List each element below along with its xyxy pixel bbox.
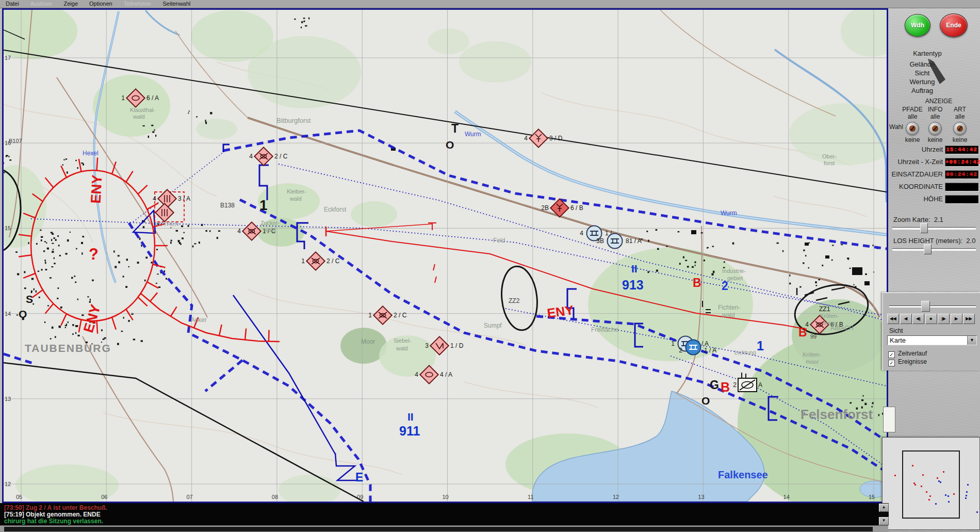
zoom-karte-label: Zoom Karte: 2.1	[893, 216, 943, 223]
menu-seitenwahl[interactable]: Seitenwahl	[157, 0, 196, 8]
scroll-up-icon[interactable]: ▲	[879, 504, 889, 512]
map-label: B138	[220, 202, 235, 209]
ende-button[interactable]: Ende	[940, 13, 968, 37]
map-label: O	[446, 139, 454, 151]
minimap-blue-dot	[966, 491, 968, 493]
map-label: ZZ2	[509, 297, 520, 304]
checkbox-label: Zeitverlauf	[898, 350, 927, 357]
chevron-down-icon[interactable]: ▼	[967, 336, 976, 345]
wdh-button[interactable]: Wdh	[905, 14, 930, 37]
unit-label-right: 6 / B	[570, 204, 583, 212]
unit-type-icon	[312, 258, 320, 264]
map-label: G	[710, 378, 719, 392]
minimap-blue-dot	[965, 497, 967, 499]
message-scrollbar[interactable]: ▲ ▼	[878, 503, 889, 525]
map-label: ?	[89, 245, 99, 263]
map-label: wald	[289, 196, 302, 202]
map-label: B	[798, 326, 807, 339]
minimap-red-dot	[922, 474, 924, 476]
menu-datei[interactable]: Datei	[0, 0, 25, 8]
playback-button-5[interactable]: ▶	[951, 314, 962, 324]
los-height-slider[interactable]	[892, 248, 976, 251]
map-label: TAUBENBURG	[25, 342, 111, 354]
kartentyp-option-auftrag[interactable]: Auftrag	[890, 86, 954, 95]
map-label: Kröten-	[803, 351, 821, 358]
map-label: wald	[722, 312, 735, 319]
minimap-blue-dot	[940, 481, 941, 483]
led-display	[945, 183, 979, 191]
playback-button-1[interactable]: ◀	[900, 314, 912, 324]
unit-type-icon	[379, 312, 387, 318]
sicht-dropdown[interactable]: Karte ▼	[887, 335, 977, 345]
map-label: S	[26, 293, 33, 305]
unit-label-left: 1	[671, 340, 675, 347]
map-label: Lichtung	[734, 349, 756, 356]
tactical-map[interactable]: 0506070809101112131415171615141312	[4, 10, 887, 502]
kartentyp-title: Kartentyp	[907, 50, 948, 57]
los-height-slider-thumb[interactable]	[924, 244, 932, 254]
map-viewport[interactable]: 0506070809101112131415171615141312	[2, 8, 888, 503]
map-label: ZZ1	[819, 305, 830, 313]
time-slider-thumb[interactable]	[921, 301, 930, 312]
horizontal-scrollbar-thumb[interactable]	[4, 527, 873, 531]
playback-button-2[interactable]: ◀|	[912, 314, 924, 324]
log-message: chirurg hat die Sitzung verlassen.	[4, 518, 878, 525]
art-knob[interactable]	[953, 122, 967, 135]
minimap-red-dot	[921, 486, 922, 487]
los-height-label: LOS HEIGHT (meters): 2.0	[893, 237, 975, 245]
grid-label: 15	[5, 225, 11, 231]
checkbox-zeitverlauf[interactable]: ✓	[888, 351, 895, 358]
horizontal-scrollbar[interactable]	[0, 525, 888, 532]
scroll-down-icon[interactable]: ▼	[879, 517, 889, 525]
minimap-red-dot	[894, 475, 896, 476]
unit-label-left: 1	[301, 257, 305, 265]
playback-button-3[interactable]: ■	[925, 314, 937, 324]
unit-label-left: 1	[121, 94, 125, 102]
grid-label: 07	[186, 494, 192, 500]
map-label: Klausthal-	[130, 107, 155, 113]
pfade-knob[interactable]	[906, 122, 919, 135]
grid-label: 13	[698, 494, 704, 500]
map-label: T	[451, 122, 459, 135]
checkbox-ereignisse[interactable]: ✓	[888, 360, 895, 366]
led-display: 15:44:42	[945, 146, 979, 154]
checkbox-row-zeitverlauf: ✓Zeitverlauf	[888, 350, 927, 358]
clock-label: Uhrzeit - X-Zeit	[864, 158, 943, 166]
minimap-blue-dot	[976, 511, 978, 513]
grid-label: 15	[869, 494, 875, 500]
map-label: II	[631, 263, 638, 275]
playback-button-4[interactable]: |▶	[938, 314, 950, 324]
zoom-karte-slider-thumb[interactable]	[920, 223, 928, 233]
unit-label-right: 6 / A	[146, 94, 159, 102]
overview-minimap[interactable]	[882, 437, 980, 530]
menu-optionen[interactable]: Optionen	[84, 0, 118, 8]
map-label: B	[721, 380, 730, 394]
playback-button-0[interactable]: ◀◀	[887, 314, 899, 324]
info-knob[interactable]	[928, 122, 942, 135]
anzeige-col-art: ARTallekeine	[944, 106, 975, 143]
unit-type-icon	[248, 228, 256, 234]
log-message: [73:50] Zug 2 / A ist unter Beschuß.	[4, 505, 878, 511]
unit-label-left: 4	[415, 371, 418, 378]
minimap-viewport-rect[interactable]	[902, 450, 960, 519]
zoom-karte-slider[interactable]	[892, 227, 976, 230]
sicht-label: Sicht	[889, 327, 903, 334]
minimap-red-dot	[928, 499, 930, 501]
map-label: E	[355, 471, 363, 484]
cursor-icon	[927, 58, 950, 87]
minimap-red-dot	[953, 493, 955, 495]
checkbox-label: Ereignisse	[898, 358, 927, 365]
map-label: Wurm	[465, 131, 481, 138]
map-label: wald	[264, 227, 276, 233]
map-label: Kleiber-	[287, 188, 306, 195]
unit-label-right: 2 / C	[274, 153, 288, 160]
menu-zeige[interactable]: Zeige	[58, 0, 84, 8]
message-log: [73:50] Zug 2 / A ist unter Beschuß.[75:…	[0, 503, 878, 525]
led-display: 00:24:42	[945, 170, 979, 179]
map-label: O	[701, 395, 710, 407]
minimap-red-dot	[937, 477, 938, 479]
playback-button-6[interactable]: ▶▶	[963, 314, 975, 324]
unit-label-left: 2B	[541, 204, 549, 212]
menu-bar: DateiAuslöserZeigeOptionenTeilnehmerSeit…	[0, 0, 980, 8]
time-slider[interactable]	[889, 305, 976, 308]
